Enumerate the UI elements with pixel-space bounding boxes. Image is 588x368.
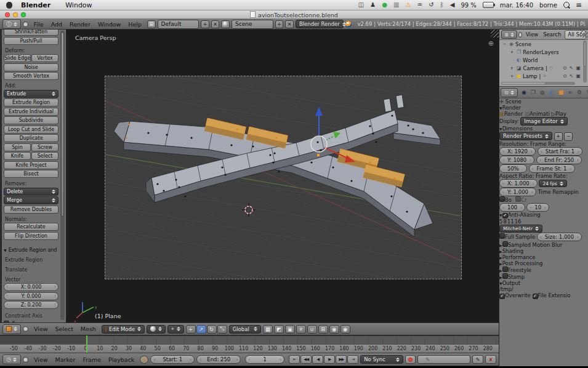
panel-header-render[interactable]: ▼Render — [499, 105, 588, 111]
render-opengl-anim-button[interactable]: ◉ — [340, 325, 350, 334]
restrict-select-icon[interactable]: ↖ — [570, 73, 574, 79]
warning-icon[interactable]: ⚠ — [405, 2, 411, 8]
tab-render[interactable]: ◉ — [520, 88, 528, 97]
user-silhouette-icon[interactable]: ♟ — [370, 2, 376, 8]
header-collapse-toggle[interactable] — [23, 22, 28, 27]
panel-header-performance[interactable]: ▶Performance — [499, 254, 588, 260]
aa-samples-5-button[interactable]: 5 — [499, 218, 502, 225]
tool-menu-delete[interactable]: Delete — [4, 188, 58, 196]
editor-type-selector-outliner[interactable]: ≣ — [501, 30, 517, 39]
sampled-motion-blur-checkbox[interactable] — [502, 241, 508, 247]
menu-info-render[interactable]: Render — [66, 21, 94, 28]
tool-button-screw[interactable]: Screw — [31, 143, 58, 151]
play-rendered-button[interactable]: ▷Play — [551, 111, 566, 117]
outliner-item-lamp[interactable]: +●Lamp|✳⊙↖▣ — [499, 72, 588, 80]
sync-dropdown[interactable]: No Sync — [360, 355, 403, 364]
render-animation-button[interactable]: ▤Animati — [525, 111, 550, 117]
area-resize-grip-outliner[interactable] — [580, 30, 588, 38]
tool-button-recalculate[interactable]: Recalculate — [4, 223, 58, 231]
menubar-clock[interactable]: mar. 16:40 — [500, 2, 533, 9]
apple-logo-icon[interactable] — [6, 2, 12, 9]
tool-button-knife-project[interactable]: Knife Project — [4, 161, 58, 169]
full-sample-checkbox[interactable]: Full Sample — [499, 234, 535, 240]
jump-to-end-button[interactable]: ⇥ — [347, 355, 358, 364]
proportional-edit-button[interactable]: ✳ — [296, 325, 306, 334]
3d-viewport[interactable]: Camera Persp (1) Plane ⊕ y x — [66, 30, 499, 322]
tab-object[interactable]: ■ — [557, 88, 565, 97]
insert-keyframe-button[interactable]: ✎ — [472, 355, 483, 364]
freestyle-checkbox[interactable] — [502, 266, 508, 272]
menu-mac-window[interactable]: Window — [60, 1, 97, 9]
frame-step-field[interactable]: ‹Frame St: 1› — [529, 164, 575, 173]
render-presets-dropdown[interactable]: Render Presets — [499, 132, 552, 140]
menu-tl-marker[interactable]: Marker — [52, 356, 79, 363]
tool-button-shrink-fatten[interactable]: Shrink/Fatten — [4, 30, 58, 36]
aa-samples-11-button[interactable]: 11 — [507, 218, 514, 225]
snap-element-button[interactable]: ⊞ — [318, 325, 328, 334]
scene-selector-icon[interactable] — [221, 20, 230, 28]
spotlight-icon[interactable] — [563, 2, 570, 8]
panel-header-freestyle[interactable]: ▶Freestyle — [499, 266, 588, 273]
editor-type-selector-3dview[interactable] — [2, 324, 21, 334]
aa-samples-8-button[interactable]: 8 — [503, 218, 506, 225]
outliner-hscrollbar[interactable] — [501, 82, 575, 85]
restrict-view-icon[interactable]: ⊙ — [563, 65, 567, 71]
manipulator-axis-button[interactable]: + — [186, 325, 196, 334]
resolution-y-field[interactable]: ‹Y: 1080› — [499, 156, 534, 164]
expand-toggle-icon[interactable]: + — [509, 74, 515, 79]
tool-button-extrude-individual[interactable]: Extrude Individual — [4, 108, 58, 116]
delete-layout-button[interactable]: ✕ — [211, 20, 220, 28]
timeline-track[interactable] — [0, 335, 499, 344]
viewport-shading-dropdown[interactable] — [147, 325, 166, 334]
auto-keyframe-button[interactable] — [405, 355, 416, 364]
frame-start-field[interactable]: ‹Start: 1› — [150, 355, 195, 364]
restrict-render-icon[interactable]: ▣ — [576, 65, 581, 71]
screen-layout-field[interactable]: Default — [158, 20, 199, 29]
orientation-dropdown[interactable]: Global — [229, 325, 261, 334]
render-button[interactable]: ▣Render — [499, 111, 523, 117]
aa-size-field[interactable]: ‹Size: 1.000› — [537, 233, 582, 241]
scene-field[interactable]: Scene — [232, 20, 273, 29]
manipulator-scale-button[interactable]: ⤡ — [217, 325, 227, 334]
outliner-item-world[interactable]: ◐World — [499, 56, 588, 64]
tool-button-flip-direction[interactable]: Flip Direction — [4, 232, 58, 240]
editor-type-selector-properties[interactable]: ⊟ — [501, 88, 518, 97]
window-titlebar[interactable]: avionToutselectionne.blend — [0, 10, 588, 19]
expand-toggle-icon[interactable]: + — [509, 66, 515, 71]
menu-tl-frame[interactable]: Frame — [79, 356, 105, 363]
pivot-point-dropdown[interactable]: ⌖ — [167, 325, 184, 334]
overwrite-checkbox[interactable]: Overwrite — [499, 292, 531, 298]
remove-preset-button[interactable]: − — [564, 132, 573, 141]
editor-type-selector-info[interactable]: ⓘ — [2, 19, 21, 29]
add-preset-button[interactable]: + — [554, 132, 563, 141]
bluetooth-icon[interactable]: ᛒ — [440, 2, 444, 8]
menu-info-add[interactable]: Add — [47, 21, 66, 28]
panel-header-shading[interactable]: ▶Shading — [499, 248, 588, 254]
fps-dropdown[interactable]: 24 fps — [539, 180, 566, 187]
tab-object-data[interactable]: ▽ — [584, 88, 588, 97]
tool-button-loop-cut-and-slide[interactable]: Loop Cut and Slide — [4, 126, 58, 134]
aa-filter-dropdown[interactable]: Mitchell-Netr — [499, 225, 542, 233]
header-collapse-toggle-3d[interactable] — [23, 326, 28, 332]
menu-3d-view[interactable]: View — [30, 326, 52, 332]
manipulator-rotate-button[interactable]: ↻ — [207, 325, 217, 334]
time-machine-icon[interactable]: ↺ — [429, 2, 433, 8]
start-frame-field[interactable]: ‹Start Fra: 1› — [538, 147, 582, 156]
tool-button-noise[interactable]: Noise — [4, 63, 58, 71]
resolution-percentage-slider[interactable]: 50% — [499, 164, 527, 173]
tab-constraints[interactable]: ∞ — [566, 88, 574, 97]
header-collapse-toggle-tl[interactable] — [23, 357, 28, 362]
menu-info-help[interactable]: Help — [124, 21, 145, 28]
add-scene-button[interactable]: + — [275, 20, 284, 28]
crop-checkbox[interactable]: Cr — [515, 196, 526, 203]
header-collapse-toggle-ol[interactable] — [518, 32, 522, 38]
tab-render-layers[interactable]: ❐ — [529, 88, 538, 97]
end-frame-field[interactable]: ‹End Fr: 250› — [536, 156, 582, 164]
aspect-x-field[interactable]: ‹X: 1.000› — [499, 179, 538, 188]
shading-toggle-button[interactable]: ◩ — [274, 325, 284, 334]
panel-header-dimensions[interactable]: ▼Dimensions — [499, 126, 588, 132]
menu-3d-mesh[interactable]: Mesh — [77, 326, 100, 332]
vector-field-z[interactable]: ‹Z: 0.200› — [4, 301, 58, 309]
outliner-item-renderlayers[interactable]: +❐RenderLayers — [499, 48, 588, 56]
restrict-render-icon[interactable]: ▣ — [576, 73, 581, 79]
